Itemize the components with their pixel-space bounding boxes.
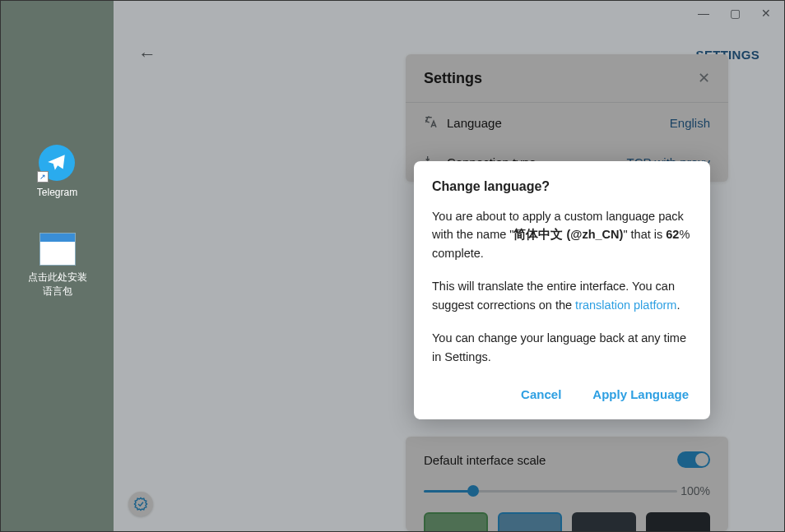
scale-label: Default interface scale: [424, 453, 546, 467]
modal-paragraph-3: You can change your language back at any…: [432, 329, 692, 366]
maximize-icon[interactable]: ▢: [728, 7, 741, 20]
panel-title: Settings: [424, 70, 482, 87]
row-language[interactable]: Language English: [406, 103, 728, 143]
minimize-icon[interactable]: ―: [697, 7, 710, 20]
close-icon[interactable]: ✕: [698, 69, 710, 87]
theme-tile[interactable]: [498, 512, 562, 531]
modal-paragraph-2: This will translate the entire interface…: [432, 277, 692, 314]
window-controls: ― ▢ ✕: [685, 1, 784, 25]
theme-tile[interactable]: [646, 512, 710, 531]
telegram-label: Telegram: [37, 186, 77, 200]
scale-slider[interactable]: 100%: [424, 483, 710, 499]
modal-paragraph-1: You are about to apply a custom language…: [432, 207, 692, 262]
back-arrow-icon[interactable]: ←: [138, 44, 156, 65]
theme-tiles: [424, 512, 710, 531]
close-window-icon[interactable]: ✕: [759, 7, 773, 20]
langpack-shortcut[interactable]: 点击此处安装 语言包: [28, 233, 87, 298]
cancel-button[interactable]: Cancel: [518, 382, 564, 406]
scale-panel: Default interface scale 100%: [406, 437, 728, 531]
modal-title: Change language?: [432, 179, 692, 194]
theme-tile[interactable]: [572, 512, 636, 531]
verified-badge[interactable]: [128, 492, 153, 516]
telegram-shortcut[interactable]: ↗ Telegram: [37, 145, 77, 200]
app-window: ← SETTINGS Settings ✕ Language English: [114, 1, 784, 531]
desktop-strip: ↗ Telegram 点击此处安装 语言包: [1, 1, 114, 531]
apply-language-button[interactable]: Apply Language: [589, 382, 692, 406]
telegram-icon: ↗: [39, 145, 75, 181]
theme-tile[interactable]: [424, 512, 488, 531]
shortcut-arrow-icon: ↗: [37, 171, 49, 183]
row-language-label: Language: [447, 116, 502, 130]
file-icon: [39, 233, 76, 266]
scale-switch[interactable]: [677, 451, 710, 468]
change-language-modal: Change language? You are about to apply …: [414, 161, 710, 419]
scale-value: 100%: [680, 484, 710, 497]
translate-icon: [424, 114, 447, 132]
langpack-label: 点击此处安装 语言包: [28, 271, 87, 298]
row-language-value: English: [670, 116, 710, 130]
translation-platform-link[interactable]: translation platform: [575, 298, 676, 312]
